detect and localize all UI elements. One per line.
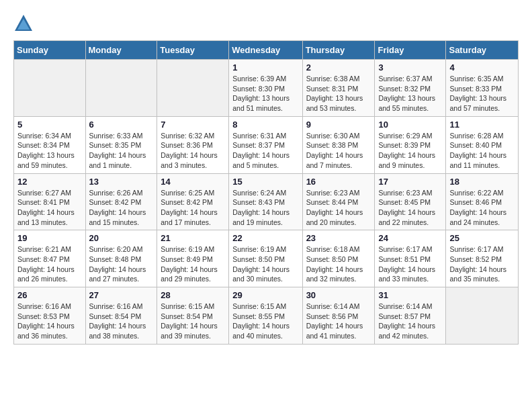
- calendar-cell: 18Sunrise: 6:22 AM Sunset: 8:46 PM Dayli…: [446, 173, 519, 230]
- calendar-week-row: 19Sunrise: 6:21 AM Sunset: 8:47 PM Dayli…: [14, 230, 519, 287]
- day-info: Sunrise: 6:30 AM Sunset: 8:38 PM Dayligh…: [306, 131, 371, 171]
- day-of-week-header: Sunday: [14, 41, 86, 60]
- calendar-cell: [14, 60, 86, 117]
- calendar-cell: 11Sunrise: 6:28 AM Sunset: 8:40 PM Dayli…: [446, 116, 519, 173]
- day-of-week-header: Saturday: [446, 41, 519, 60]
- calendar-cell: [157, 60, 229, 117]
- day-info: Sunrise: 6:18 AM Sunset: 8:50 PM Dayligh…: [306, 244, 371, 284]
- day-info: Sunrise: 6:34 AM Sunset: 8:34 PM Dayligh…: [17, 131, 82, 171]
- calendar-cell: 12Sunrise: 6:27 AM Sunset: 8:41 PM Dayli…: [14, 173, 86, 230]
- day-number: 25: [449, 233, 515, 243]
- calendar-cell: 13Sunrise: 6:26 AM Sunset: 8:42 PM Dayli…: [85, 173, 157, 230]
- day-info: Sunrise: 6:39 AM Sunset: 8:30 PM Dayligh…: [232, 74, 298, 113]
- day-number: 3: [378, 62, 442, 73]
- day-info: Sunrise: 6:17 AM Sunset: 8:51 PM Dayligh…: [378, 244, 442, 284]
- calendar-cell: 2Sunrise: 6:38 AM Sunset: 8:31 PM Daylig…: [302, 60, 375, 117]
- day-number: 22: [232, 233, 298, 243]
- calendar-cell: 14Sunrise: 6:25 AM Sunset: 8:42 PM Dayli…: [157, 173, 229, 230]
- calendar-header-row: SundayMondayTuesdayWednesdayThursdayFrid…: [14, 41, 519, 60]
- day-info: Sunrise: 6:16 AM Sunset: 8:53 PM Dayligh…: [17, 302, 82, 341]
- day-info: Sunrise: 6:14 AM Sunset: 8:56 PM Dayligh…: [306, 302, 371, 341]
- calendar-cell: 5Sunrise: 6:34 AM Sunset: 8:34 PM Daylig…: [14, 116, 86, 173]
- day-info: Sunrise: 6:20 AM Sunset: 8:48 PM Dayligh…: [89, 244, 154, 284]
- day-info: Sunrise: 6:25 AM Sunset: 8:42 PM Dayligh…: [161, 188, 225, 228]
- calendar-cell: 17Sunrise: 6:23 AM Sunset: 8:45 PM Dayli…: [375, 173, 446, 230]
- calendar-cell: 23Sunrise: 6:18 AM Sunset: 8:50 PM Dayli…: [302, 230, 375, 287]
- calendar-cell: 20Sunrise: 6:20 AM Sunset: 8:48 PM Dayli…: [85, 230, 157, 287]
- calendar-cell: 15Sunrise: 6:24 AM Sunset: 8:43 PM Dayli…: [229, 173, 302, 230]
- day-number: 31: [378, 290, 442, 300]
- day-number: 8: [232, 120, 298, 130]
- day-number: 16: [306, 177, 371, 187]
- day-number: 23: [306, 233, 371, 243]
- day-info: Sunrise: 6:37 AM Sunset: 8:32 PM Dayligh…: [378, 74, 442, 113]
- calendar-week-row: 12Sunrise: 6:27 AM Sunset: 8:41 PM Dayli…: [14, 173, 519, 230]
- calendar-cell: 28Sunrise: 6:15 AM Sunset: 8:54 PM Dayli…: [157, 287, 229, 345]
- day-number: 17: [378, 177, 442, 187]
- day-info: Sunrise: 6:31 AM Sunset: 8:37 PM Dayligh…: [232, 131, 298, 171]
- calendar-cell: 3Sunrise: 6:37 AM Sunset: 8:32 PM Daylig…: [375, 60, 446, 117]
- day-info: Sunrise: 6:38 AM Sunset: 8:31 PM Dayligh…: [306, 74, 371, 113]
- day-number: 11: [449, 120, 515, 130]
- day-number: 4: [449, 62, 515, 73]
- calendar-cell: 21Sunrise: 6:19 AM Sunset: 8:49 PM Dayli…: [157, 230, 229, 287]
- day-number: 19: [17, 233, 82, 243]
- calendar-cell: 22Sunrise: 6:19 AM Sunset: 8:50 PM Dayli…: [229, 230, 302, 287]
- calendar-cell: 9Sunrise: 6:30 AM Sunset: 8:38 PM Daylig…: [302, 116, 375, 173]
- day-info: Sunrise: 6:21 AM Sunset: 8:47 PM Dayligh…: [17, 244, 82, 284]
- calendar-cell: 31Sunrise: 6:14 AM Sunset: 8:57 PM Dayli…: [375, 287, 446, 345]
- day-number: 14: [161, 177, 225, 187]
- calendar-cell: 6Sunrise: 6:33 AM Sunset: 8:35 PM Daylig…: [85, 116, 157, 173]
- day-number: 13: [89, 177, 154, 187]
- logo-icon: [13, 13, 34, 34]
- day-number: 2: [306, 62, 371, 73]
- day-info: Sunrise: 6:14 AM Sunset: 8:57 PM Dayligh…: [378, 302, 442, 341]
- calendar-cell: 7Sunrise: 6:32 AM Sunset: 8:36 PM Daylig…: [157, 116, 229, 173]
- day-info: Sunrise: 6:32 AM Sunset: 8:36 PM Dayligh…: [161, 131, 225, 171]
- calendar-cell: 4Sunrise: 6:35 AM Sunset: 8:33 PM Daylig…: [446, 60, 519, 117]
- day-info: Sunrise: 6:15 AM Sunset: 8:55 PM Dayligh…: [232, 302, 298, 341]
- day-number: 9: [306, 120, 371, 130]
- day-number: 28: [161, 290, 225, 300]
- day-info: Sunrise: 6:19 AM Sunset: 8:50 PM Dayligh…: [232, 244, 298, 284]
- calendar-cell: 26Sunrise: 6:16 AM Sunset: 8:53 PM Dayli…: [14, 287, 86, 345]
- day-number: 5: [17, 120, 82, 130]
- calendar-cell: [446, 287, 519, 345]
- calendar-cell: 1Sunrise: 6:39 AM Sunset: 8:30 PM Daylig…: [229, 60, 302, 117]
- day-number: 6: [89, 120, 154, 130]
- day-info: Sunrise: 6:27 AM Sunset: 8:41 PM Dayligh…: [17, 188, 82, 228]
- calendar-cell: 30Sunrise: 6:14 AM Sunset: 8:56 PM Dayli…: [302, 287, 375, 345]
- day-number: 29: [232, 290, 298, 300]
- day-info: Sunrise: 6:16 AM Sunset: 8:54 PM Dayligh…: [89, 302, 154, 341]
- day-number: 12: [17, 177, 82, 187]
- day-number: 21: [161, 233, 225, 243]
- page-header: [13, 13, 519, 34]
- day-of-week-header: Thursday: [302, 41, 375, 60]
- calendar-cell: 29Sunrise: 6:15 AM Sunset: 8:55 PM Dayli…: [229, 287, 302, 345]
- day-info: Sunrise: 6:35 AM Sunset: 8:33 PM Dayligh…: [449, 74, 515, 113]
- day-info: Sunrise: 6:24 AM Sunset: 8:43 PM Dayligh…: [232, 188, 298, 228]
- calendar-cell: 16Sunrise: 6:23 AM Sunset: 8:44 PM Dayli…: [302, 173, 375, 230]
- day-info: Sunrise: 6:22 AM Sunset: 8:46 PM Dayligh…: [449, 188, 515, 228]
- day-number: 20: [89, 233, 154, 243]
- calendar-table: SundayMondayTuesdayWednesdayThursdayFrid…: [13, 40, 519, 345]
- day-of-week-header: Wednesday: [229, 41, 302, 60]
- calendar-cell: 25Sunrise: 6:17 AM Sunset: 8:52 PM Dayli…: [446, 230, 519, 287]
- day-of-week-header: Friday: [375, 41, 446, 60]
- day-info: Sunrise: 6:28 AM Sunset: 8:40 PM Dayligh…: [449, 131, 515, 171]
- day-info: Sunrise: 6:17 AM Sunset: 8:52 PM Dayligh…: [449, 244, 515, 284]
- calendar-cell: 8Sunrise: 6:31 AM Sunset: 8:37 PM Daylig…: [229, 116, 302, 173]
- day-number: 30: [306, 290, 371, 300]
- calendar-week-row: 26Sunrise: 6:16 AM Sunset: 8:53 PM Dayli…: [14, 287, 519, 345]
- day-info: Sunrise: 6:26 AM Sunset: 8:42 PM Dayligh…: [89, 188, 154, 228]
- day-number: 18: [449, 177, 515, 187]
- day-info: Sunrise: 6:15 AM Sunset: 8:54 PM Dayligh…: [161, 302, 225, 341]
- calendar-week-row: 1Sunrise: 6:39 AM Sunset: 8:30 PM Daylig…: [14, 60, 519, 117]
- day-number: 24: [378, 233, 442, 243]
- logo: [13, 13, 36, 34]
- calendar-week-row: 5Sunrise: 6:34 AM Sunset: 8:34 PM Daylig…: [14, 116, 519, 173]
- day-number: 10: [378, 120, 442, 130]
- day-number: 26: [17, 290, 82, 300]
- day-number: 27: [89, 290, 154, 300]
- day-info: Sunrise: 6:23 AM Sunset: 8:44 PM Dayligh…: [306, 188, 371, 228]
